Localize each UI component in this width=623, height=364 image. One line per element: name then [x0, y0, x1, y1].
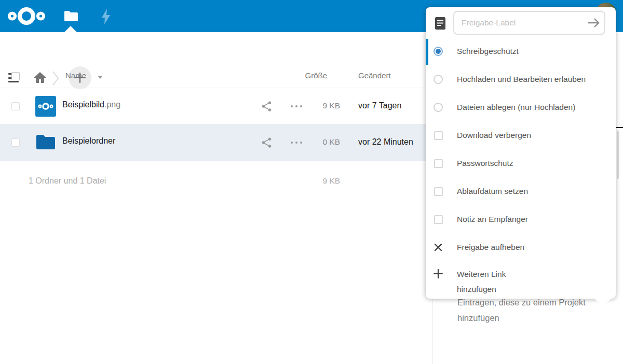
checkbox-icon[interactable]: [434, 215, 443, 224]
menu-item-notiz[interactable]: Notiz an Empfänger: [426, 205, 616, 233]
files-app-icon[interactable]: [61, 6, 81, 26]
table-row-beispielordner[interactable]: Beispielordner 0 KB vor 22 Minuten: [0, 124, 432, 161]
checkbox-icon[interactable]: [434, 187, 443, 196]
menu-item-passwortschutz[interactable]: Passwortschutz: [426, 149, 616, 177]
share-label-row: [426, 7, 616, 37]
radio-icon[interactable]: [434, 47, 443, 56]
share-label-input[interactable]: [453, 11, 605, 35]
radio-icon[interactable]: [434, 75, 443, 84]
share-icon[interactable]: [261, 101, 273, 112]
file-name[interactable]: Beispielordner: [62, 136, 115, 146]
summary-size: 9 KB: [288, 176, 340, 186]
file-list: Name Größe Geändert Beispielbild.png 9 K…: [0, 65, 432, 202]
breadcrumb: [0, 32, 432, 65]
summary-count: 1 Ordner und 1 Datei: [29, 176, 106, 186]
column-header-size[interactable]: Größe: [280, 71, 327, 80]
column-header-modified[interactable]: Geändert: [358, 71, 391, 80]
sort-caret-icon: [98, 76, 103, 79]
share-icon[interactable]: [261, 137, 273, 148]
submit-label-button[interactable]: [585, 14, 602, 32]
menu-item-download-verbergen[interactable]: Download verbergen: [426, 121, 616, 149]
active-tab-underline: [616, 127, 623, 128]
folder-icon[interactable]: [35, 133, 56, 151]
file-extension: .png: [104, 100, 120, 109]
menu-item-freigabe-aufheben[interactable]: Freigabe aufheben: [426, 233, 616, 261]
checkbox-icon[interactable]: [434, 159, 443, 168]
sidebar-scrollbar[interactable]: [617, 131, 619, 179]
menu-item-dateien-ablegen[interactable]: Dateien ablegen (nur Hochladen): [426, 93, 616, 121]
note-icon: [434, 17, 446, 30]
file-size: 9 KB: [288, 101, 340, 110]
file-name[interactable]: Beispielbild.png: [62, 100, 120, 109]
plus-icon: [434, 269, 443, 278]
active-app-indicator: [64, 26, 77, 32]
close-icon: [434, 243, 442, 251]
file-modified: vor 7 Tagen: [358, 101, 401, 110]
share-link-menu: Schreibgeschützt Hochladen und Bearbeite…: [426, 7, 616, 299]
menu-item-weiteren-link[interactable]: Weiteren Link hinzufügen: [426, 261, 616, 306]
row-checkbox[interactable]: [11, 102, 20, 110]
checkbox-icon[interactable]: [434, 131, 443, 140]
menu-item-hochladen-bearbeiten[interactable]: Hochladen und Bearbeiten erlauben: [426, 65, 616, 93]
select-all-checkbox[interactable]: [11, 72, 20, 80]
menu-item-schreibgeschuetzt[interactable]: Schreibgeschützt: [426, 37, 616, 65]
share-options-menu: Schreibgeschützt Hochladen und Bearbeite…: [426, 37, 616, 306]
image-file-thumbnail[interactable]: [35, 96, 56, 117]
nextcloud-logo-icon[interactable]: [7, 6, 46, 26]
activity-app-icon[interactable]: [98, 8, 114, 25]
table-row-beispielbild[interactable]: Beispielbild.png 9 KB vor 7 Tagen: [0, 88, 432, 124]
column-header-name[interactable]: Name: [65, 71, 86, 80]
radio-icon[interactable]: [434, 103, 443, 112]
arrow-right-icon: [587, 18, 600, 28]
file-modified: vor 22 Minuten: [358, 137, 413, 147]
file-list-summary: 1 Ordner und 1 Datei 9 KB: [0, 161, 432, 202]
file-size: 0 KB: [288, 137, 340, 147]
row-checkbox[interactable]: [11, 138, 20, 147]
menu-item-ablaufdatum[interactable]: Ablaufdatum setzen: [426, 177, 616, 205]
file-list-header: Name Größe Geändert: [0, 65, 432, 88]
